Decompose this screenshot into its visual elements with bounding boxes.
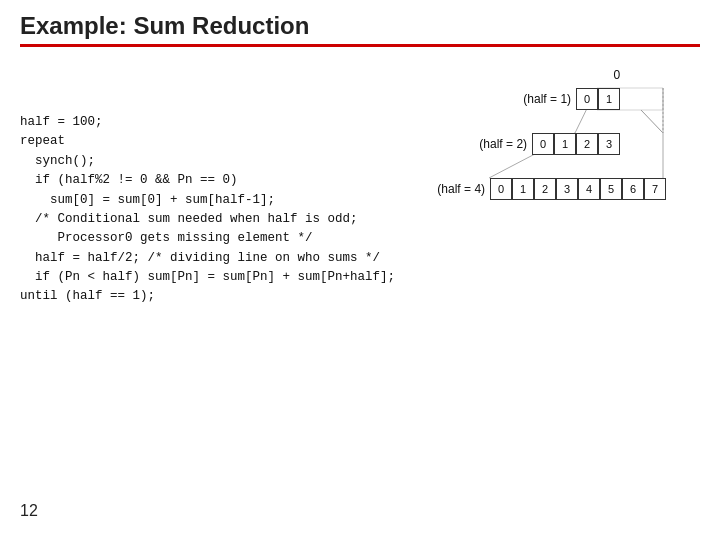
header-divider: [20, 44, 700, 47]
code-section: half = 100; repeat synch(); if (half%2 !…: [20, 63, 395, 307]
row2-label: (half = 2): [447, 137, 532, 151]
row3-cells: 0 1 2 3 4 5 6 7: [490, 178, 666, 200]
cell: 7: [644, 178, 666, 200]
cell: 0: [490, 178, 512, 200]
code-block: half = 100; repeat synch(); if (half%2 !…: [20, 113, 395, 307]
row1-cells: 0 1: [576, 88, 620, 110]
cell: 0: [532, 133, 554, 155]
cell: 3: [598, 133, 620, 155]
cell: 1: [512, 178, 534, 200]
cell: 0: [576, 88, 598, 110]
cell: 3: [556, 178, 578, 200]
diagram-section: 0: [405, 63, 715, 307]
svg-line-1: [641, 110, 663, 133]
page-number: 12: [20, 502, 38, 520]
page: Example: Sum Reduction half = 100; repea…: [0, 0, 720, 540]
diagram-row-1: (half = 1) 0 1: [491, 88, 620, 110]
cell: 1: [554, 133, 576, 155]
cell: 5: [600, 178, 622, 200]
cell: 2: [534, 178, 556, 200]
row3-label: (half = 4): [405, 182, 490, 196]
cell: 1: [598, 88, 620, 110]
cell: 4: [578, 178, 600, 200]
cell: 6: [622, 178, 644, 200]
cell: 2: [576, 133, 598, 155]
diagram-row-2: (half = 2) 0 1 2 3: [447, 133, 620, 155]
row1-label: (half = 1): [491, 92, 576, 106]
diagram-container: 0: [405, 68, 715, 248]
top-label: 0: [613, 68, 620, 82]
content-area: half = 100; repeat synch(); if (half%2 !…: [0, 53, 720, 317]
page-title: Example: Sum Reduction: [20, 12, 700, 40]
diagram-row-3: (half = 4) 0 1 2 3 4 5 6 7: [405, 178, 666, 200]
row2-cells: 0 1 2 3: [532, 133, 620, 155]
header: Example: Sum Reduction: [0, 0, 720, 53]
